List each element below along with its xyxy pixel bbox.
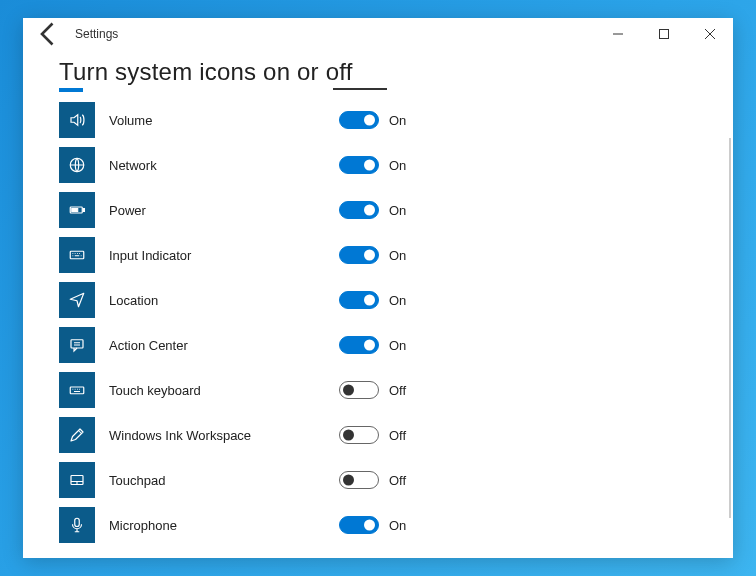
- toggle-state-label: Off: [389, 383, 406, 398]
- close-icon: [705, 29, 715, 39]
- toggle-state-label: On: [389, 203, 406, 218]
- setting-label-actioncenter: Action Center: [109, 338, 289, 353]
- toggle-touchpad[interactable]: [339, 471, 379, 489]
- setting-row-volume: VolumeOn: [59, 102, 697, 138]
- setting-row-microphone: MicrophoneOn: [59, 507, 697, 543]
- volume-icon: [59, 102, 95, 138]
- toggle-cell: Off: [339, 426, 406, 444]
- content-area: Turn system icons on or off VolumeOnNetw…: [23, 50, 733, 558]
- back-arrow-icon: [35, 20, 63, 48]
- toggle-state-label: Off: [389, 428, 406, 443]
- setting-row-winink: Windows Ink WorkspaceOff: [59, 417, 697, 453]
- minimize-icon: [613, 29, 623, 39]
- toggle-state-label: On: [389, 158, 406, 173]
- mic-icon: [59, 507, 95, 543]
- close-button[interactable]: [687, 18, 733, 50]
- svg-rect-0: [660, 30, 669, 39]
- toggle-cell: On: [339, 201, 406, 219]
- settings-list: VolumeOnNetworkOnPowerOnInput IndicatorO…: [59, 102, 697, 543]
- setting-label-power: Power: [109, 203, 289, 218]
- touchkbd-icon: [59, 372, 95, 408]
- toggle-cell: On: [339, 111, 406, 129]
- toggle-power[interactable]: [339, 201, 379, 219]
- back-button[interactable]: [35, 20, 63, 48]
- setting-row-actioncenter: Action CenterOn: [59, 327, 697, 363]
- battery-icon: [59, 192, 95, 228]
- toggle-microphone[interactable]: [339, 516, 379, 534]
- globe-icon: [59, 147, 95, 183]
- scrollbar[interactable]: [729, 138, 731, 518]
- toggle-touchkeyboard[interactable]: [339, 381, 379, 399]
- toggle-state-label: On: [389, 293, 406, 308]
- toggle-cell: On: [339, 336, 406, 354]
- toggle-state-label: On: [389, 518, 406, 533]
- maximize-icon: [659, 29, 669, 39]
- toggle-network[interactable]: [339, 156, 379, 174]
- window-controls: [595, 18, 733, 50]
- setting-label-touchpad: Touchpad: [109, 473, 289, 488]
- toggle-state-label: On: [389, 113, 406, 128]
- setting-label-volume: Volume: [109, 113, 289, 128]
- setting-label-touchkeyboard: Touch keyboard: [109, 383, 289, 398]
- setting-row-network: NetworkOn: [59, 147, 697, 183]
- toggle-cell: On: [339, 291, 406, 309]
- location-icon: [59, 282, 95, 318]
- setting-label-network: Network: [109, 158, 289, 173]
- toggle-volume[interactable]: [339, 111, 379, 129]
- settings-window: Settings Turn system icons on or off Vol…: [23, 18, 733, 558]
- app-title: Settings: [75, 27, 118, 41]
- setting-row-power: PowerOn: [59, 192, 697, 228]
- setting-label-winink: Windows Ink Workspace: [109, 428, 289, 443]
- touchpad-icon: [59, 462, 95, 498]
- keyboard-icon: [59, 237, 95, 273]
- minimize-button[interactable]: [595, 18, 641, 50]
- setting-row-touchpad: TouchpadOff: [59, 462, 697, 498]
- title-underline: [59, 88, 697, 92]
- maximize-button[interactable]: [641, 18, 687, 50]
- setting-row-touchkeyboard: Touch keyboardOff: [59, 372, 697, 408]
- message-icon: [59, 327, 95, 363]
- setting-label-location: Location: [109, 293, 289, 308]
- toggle-cell: Off: [339, 381, 406, 399]
- setting-row-location: LocationOn: [59, 282, 697, 318]
- toggle-winink[interactable]: [339, 426, 379, 444]
- page-title: Turn system icons on or off: [59, 58, 697, 86]
- toggle-cell: On: [339, 246, 406, 264]
- setting-row-inputindicator: Input IndicatorOn: [59, 237, 697, 273]
- toggle-state-label: On: [389, 248, 406, 263]
- setting-label-microphone: Microphone: [109, 518, 289, 533]
- toggle-cell: On: [339, 156, 406, 174]
- toggle-state-label: Off: [389, 473, 406, 488]
- toggle-state-label: On: [389, 338, 406, 353]
- toggle-inputindicator[interactable]: [339, 246, 379, 264]
- titlebar: Settings: [23, 18, 733, 50]
- toggle-cell: On: [339, 516, 406, 534]
- toggle-actioncenter[interactable]: [339, 336, 379, 354]
- setting-label-inputindicator: Input Indicator: [109, 248, 289, 263]
- toggle-cell: Off: [339, 471, 406, 489]
- toggle-location[interactable]: [339, 291, 379, 309]
- pen-icon: [59, 417, 95, 453]
